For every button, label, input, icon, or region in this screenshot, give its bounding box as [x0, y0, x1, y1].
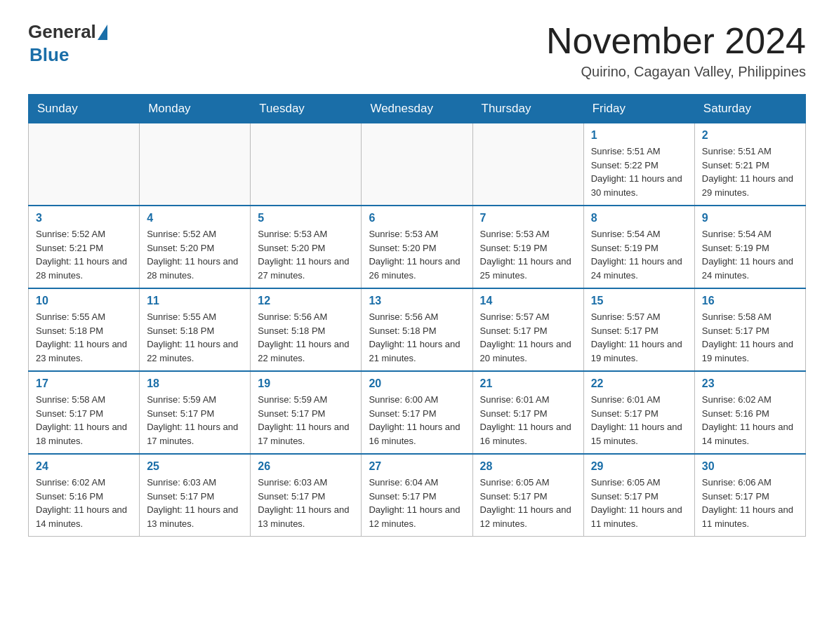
day-number: 8	[591, 212, 687, 224]
day-info: Sunrise: 6:01 AM Sunset: 5:17 PM Dayligh…	[591, 393, 687, 448]
day-cell: 16Sunrise: 5:58 AM Sunset: 5:17 PM Dayli…	[694, 288, 805, 371]
day-number: 24	[36, 460, 132, 473]
day-number: 2	[702, 129, 798, 142]
day-number: 3	[36, 212, 132, 224]
day-number: 1	[591, 129, 687, 142]
day-cell: 8Sunrise: 5:54 AM Sunset: 5:19 PM Daylig…	[583, 206, 694, 288]
day-number: 20	[369, 377, 465, 390]
logo-triangle-icon	[98, 25, 107, 40]
location-subtitle: Quirino, Cagayan Valley, Philippines	[546, 64, 806, 80]
day-cell	[251, 123, 362, 206]
day-cell: 18Sunrise: 5:59 AM Sunset: 5:17 PM Dayli…	[140, 371, 251, 454]
logo-text: General	[28, 21, 109, 43]
day-info: Sunrise: 6:02 AM Sunset: 5:16 PM Dayligh…	[702, 393, 798, 448]
day-info: Sunrise: 5:58 AM Sunset: 5:17 PM Dayligh…	[36, 393, 132, 448]
day-cell: 13Sunrise: 5:56 AM Sunset: 5:18 PM Dayli…	[362, 288, 472, 371]
day-number: 23	[702, 377, 798, 390]
day-info: Sunrise: 6:06 AM Sunset: 5:17 PM Dayligh…	[702, 476, 798, 530]
day-info: Sunrise: 5:53 AM Sunset: 5:20 PM Dayligh…	[369, 227, 465, 282]
day-number: 17	[36, 377, 132, 390]
day-cell: 21Sunrise: 6:01 AM Sunset: 5:17 PM Dayli…	[472, 371, 583, 454]
day-number: 30	[702, 460, 798, 473]
day-number: 16	[702, 295, 798, 307]
day-info: Sunrise: 5:52 AM Sunset: 5:20 PM Dayligh…	[147, 227, 243, 282]
day-number: 9	[702, 212, 798, 224]
logo: General Blue	[28, 21, 109, 66]
day-cell: 11Sunrise: 5:55 AM Sunset: 5:18 PM Dayli…	[140, 288, 251, 371]
day-cell	[140, 123, 251, 206]
day-number: 21	[480, 377, 576, 390]
day-cell	[472, 123, 583, 206]
day-number: 11	[147, 295, 243, 307]
day-cell: 12Sunrise: 5:56 AM Sunset: 5:18 PM Dayli…	[251, 288, 362, 371]
day-cell: 2Sunrise: 5:51 AM Sunset: 5:21 PM Daylig…	[694, 123, 805, 206]
day-number: 10	[36, 295, 132, 307]
day-cell: 26Sunrise: 6:03 AM Sunset: 5:17 PM Dayli…	[251, 454, 362, 537]
day-number: 18	[147, 377, 243, 390]
day-info: Sunrise: 5:53 AM Sunset: 5:20 PM Dayligh…	[258, 227, 354, 282]
header-day-tuesday: Tuesday	[251, 95, 362, 123]
day-info: Sunrise: 6:03 AM Sunset: 5:17 PM Dayligh…	[258, 476, 354, 530]
day-number: 14	[480, 295, 576, 307]
page-header: General Blue November 2024 Quirino, Caga…	[28, 21, 806, 80]
day-number: 4	[147, 212, 243, 224]
header-day-thursday: Thursday	[472, 95, 583, 123]
day-number: 12	[258, 295, 354, 307]
day-info: Sunrise: 6:00 AM Sunset: 5:17 PM Dayligh…	[369, 393, 465, 448]
day-cell: 22Sunrise: 6:01 AM Sunset: 5:17 PM Dayli…	[583, 371, 694, 454]
day-cell: 3Sunrise: 5:52 AM Sunset: 5:21 PM Daylig…	[29, 206, 140, 288]
week-row-5: 24Sunrise: 6:02 AM Sunset: 5:16 PM Dayli…	[29, 454, 806, 537]
logo-general: General	[28, 21, 96, 43]
day-cell: 23Sunrise: 6:02 AM Sunset: 5:16 PM Dayli…	[694, 371, 805, 454]
day-info: Sunrise: 5:54 AM Sunset: 5:19 PM Dayligh…	[591, 227, 687, 282]
day-number: 13	[369, 295, 465, 307]
day-cell: 28Sunrise: 6:05 AM Sunset: 5:17 PM Dayli…	[472, 454, 583, 537]
day-number: 6	[369, 212, 465, 224]
day-number: 26	[258, 460, 354, 473]
day-info: Sunrise: 5:55 AM Sunset: 5:18 PM Dayligh…	[147, 310, 243, 365]
day-info: Sunrise: 6:02 AM Sunset: 5:16 PM Dayligh…	[36, 476, 132, 530]
day-number: 19	[258, 377, 354, 390]
day-cell: 4Sunrise: 5:52 AM Sunset: 5:20 PM Daylig…	[140, 206, 251, 288]
day-number: 29	[591, 460, 687, 473]
header-day-sunday: Sunday	[29, 95, 140, 123]
day-info: Sunrise: 5:58 AM Sunset: 5:17 PM Dayligh…	[702, 310, 798, 365]
day-info: Sunrise: 5:56 AM Sunset: 5:18 PM Dayligh…	[369, 310, 465, 365]
day-info: Sunrise: 5:59 AM Sunset: 5:17 PM Dayligh…	[147, 393, 243, 448]
week-row-1: 1Sunrise: 5:51 AM Sunset: 5:22 PM Daylig…	[29, 123, 806, 206]
day-info: Sunrise: 5:55 AM Sunset: 5:18 PM Dayligh…	[36, 310, 132, 365]
day-info: Sunrise: 5:51 AM Sunset: 5:21 PM Dayligh…	[702, 145, 798, 199]
day-cell: 10Sunrise: 5:55 AM Sunset: 5:18 PM Dayli…	[29, 288, 140, 371]
header-row: SundayMondayTuesdayWednesdayThursdayFrid…	[29, 95, 806, 123]
day-cell: 14Sunrise: 5:57 AM Sunset: 5:17 PM Dayli…	[472, 288, 583, 371]
day-number: 7	[480, 212, 576, 224]
day-cell: 29Sunrise: 6:05 AM Sunset: 5:17 PM Dayli…	[583, 454, 694, 537]
day-info: Sunrise: 5:52 AM Sunset: 5:21 PM Dayligh…	[36, 227, 132, 282]
day-cell: 6Sunrise: 5:53 AM Sunset: 5:20 PM Daylig…	[362, 206, 472, 288]
header-day-monday: Monday	[140, 95, 251, 123]
month-title: November 2024	[546, 21, 806, 61]
day-cell: 25Sunrise: 6:03 AM Sunset: 5:17 PM Dayli…	[140, 454, 251, 537]
day-cell: 9Sunrise: 5:54 AM Sunset: 5:19 PM Daylig…	[694, 206, 805, 288]
day-cell	[29, 123, 140, 206]
day-cell: 5Sunrise: 5:53 AM Sunset: 5:20 PM Daylig…	[251, 206, 362, 288]
header-day-friday: Friday	[583, 95, 694, 123]
day-cell: 17Sunrise: 5:58 AM Sunset: 5:17 PM Dayli…	[29, 371, 140, 454]
day-number: 25	[147, 460, 243, 473]
day-info: Sunrise: 5:57 AM Sunset: 5:17 PM Dayligh…	[480, 310, 576, 365]
day-cell: 7Sunrise: 5:53 AM Sunset: 5:19 PM Daylig…	[472, 206, 583, 288]
day-info: Sunrise: 6:05 AM Sunset: 5:17 PM Dayligh…	[480, 476, 576, 530]
day-cell: 15Sunrise: 5:57 AM Sunset: 5:17 PM Dayli…	[583, 288, 694, 371]
day-info: Sunrise: 6:01 AM Sunset: 5:17 PM Dayligh…	[480, 393, 576, 448]
day-cell: 24Sunrise: 6:02 AM Sunset: 5:16 PM Dayli…	[29, 454, 140, 537]
day-number: 22	[591, 377, 687, 390]
day-info: Sunrise: 6:04 AM Sunset: 5:17 PM Dayligh…	[369, 476, 465, 530]
day-number: 28	[480, 460, 576, 473]
day-cell	[362, 123, 472, 206]
day-info: Sunrise: 5:51 AM Sunset: 5:22 PM Dayligh…	[591, 145, 687, 199]
title-section: November 2024 Quirino, Cagayan Valley, P…	[546, 21, 806, 80]
week-row-3: 10Sunrise: 5:55 AM Sunset: 5:18 PM Dayli…	[29, 288, 806, 371]
day-number: 27	[369, 460, 465, 473]
day-info: Sunrise: 5:56 AM Sunset: 5:18 PM Dayligh…	[258, 310, 354, 365]
day-info: Sunrise: 5:57 AM Sunset: 5:17 PM Dayligh…	[591, 310, 687, 365]
